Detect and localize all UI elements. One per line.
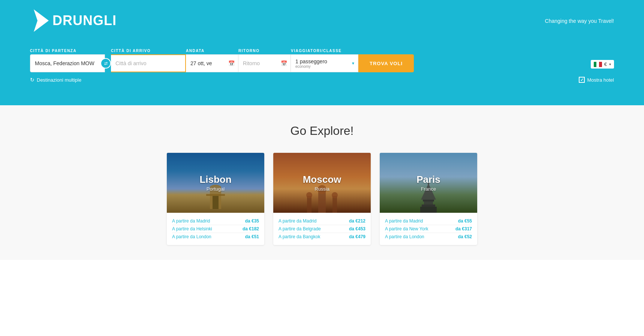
brand-name: DRUNGLI bbox=[52, 13, 117, 28]
price-amount: da €453 bbox=[349, 226, 365, 231]
return-date-wrap[interactable]: 📅 bbox=[238, 54, 291, 72]
card-prices: A partire da Madrid da €212 A partire da… bbox=[273, 213, 371, 245]
top-bar: DRUNGLI Changing the way you Travel! bbox=[0, 0, 644, 34]
extra-options: ↻ Destinazioni multiple Mostra hotel bbox=[30, 72, 614, 83]
logo[interactable]: DRUNGLI bbox=[30, 7, 117, 34]
arrival-input[interactable] bbox=[111, 54, 186, 72]
price-amount: da €55 bbox=[458, 218, 472, 224]
card-image: Lisbon Portugal bbox=[167, 153, 264, 213]
card-overlay: Lisbon Portugal bbox=[167, 153, 264, 213]
swap-button[interactable]: ⇄ bbox=[100, 58, 111, 69]
language-currency-selector[interactable]: € ▾ bbox=[591, 60, 614, 69]
card-image: Paris France bbox=[380, 153, 477, 213]
departure-label: ANDATA bbox=[186, 49, 238, 53]
card-prices: A partire da Madrid da €55 A partire da … bbox=[380, 213, 477, 245]
price-amount: da €52 bbox=[458, 234, 472, 239]
return-date-input[interactable] bbox=[238, 54, 291, 72]
price-from-city[interactable]: A partire da Helsinki bbox=[172, 226, 212, 231]
price-row: A partire da London da €52 bbox=[385, 233, 472, 240]
passengers-selector[interactable]: 1 passeggero economy ▾ bbox=[291, 54, 358, 72]
departure-date-wrap[interactable]: 📅 bbox=[186, 54, 238, 72]
search-button[interactable]: TROVA VOLI bbox=[358, 54, 414, 72]
multi-destination-button[interactable]: ↻ Destinazioni multiple bbox=[30, 77, 81, 83]
passengers-class: economy bbox=[295, 64, 347, 69]
tagline: Changing the way you Travel! bbox=[545, 7, 614, 24]
card-city: Lisbon bbox=[199, 174, 231, 185]
arrival-field-group: CITTÀ DI ARRIVO bbox=[111, 49, 186, 72]
search-section: CITTÀ DI PARTENZA ⇄ CITTÀ DI ARRIVO ANDA… bbox=[0, 34, 644, 83]
price-row: A partire da Helsinki da €182 bbox=[172, 225, 259, 233]
logo-icon bbox=[30, 7, 52, 34]
departure-date-input[interactable] bbox=[186, 54, 238, 72]
search-form: CITTÀ DI PARTENZA ⇄ CITTÀ DI ARRIVO ANDA… bbox=[30, 49, 614, 72]
card-city: Paris bbox=[416, 174, 440, 185]
card-overlay: Paris France bbox=[380, 153, 477, 213]
destination-card-moscow[interactable]: Moscow Russia A partire da Madrid da €21… bbox=[273, 153, 371, 245]
origin-input[interactable] bbox=[30, 54, 105, 72]
price-row: A partire da London da €51 bbox=[172, 233, 259, 240]
origin-label: CITTÀ DI PARTENZA bbox=[30, 49, 105, 53]
price-from-city[interactable]: A partire da London bbox=[172, 234, 211, 239]
explore-title: Go Explore! bbox=[30, 124, 614, 138]
price-amount: da €212 bbox=[349, 218, 365, 224]
italian-flag-icon bbox=[594, 62, 602, 67]
price-amount: da €182 bbox=[243, 226, 259, 231]
svg-marker-0 bbox=[34, 9, 49, 32]
explore-section: Go Explore! Lisbon Portugal A par bbox=[0, 105, 644, 260]
price-amount: da €479 bbox=[349, 234, 365, 239]
price-row: A partire da Madrid da €212 bbox=[279, 217, 365, 225]
destination-card-lisbon[interactable]: Lisbon Portugal A partire da Madrid da €… bbox=[167, 153, 264, 245]
chevron-down-icon: ▾ bbox=[609, 62, 611, 66]
return-label: RITORNO bbox=[238, 49, 291, 53]
card-country: France bbox=[421, 186, 436, 192]
price-from-city[interactable]: A partire da Belgrade bbox=[279, 226, 321, 231]
arrival-label: CITTÀ DI ARRIVO bbox=[111, 49, 186, 53]
price-row: A partire da Bangkok da €479 bbox=[279, 233, 365, 240]
card-prices: A partire da Madrid da €35 A partire da … bbox=[167, 213, 264, 245]
card-country: Russia bbox=[315, 186, 329, 192]
multi-dest-icon: ↻ bbox=[30, 77, 34, 83]
destination-cards-grid: Lisbon Portugal A partire da Madrid da €… bbox=[30, 153, 614, 245]
passengers-label: VIAGGIATORI/CLASSE bbox=[291, 49, 358, 53]
hotel-checkbox-group[interactable]: Mostra hotel bbox=[579, 77, 614, 83]
card-country: Portugal bbox=[207, 186, 225, 192]
price-from-city[interactable]: A partire da London bbox=[385, 234, 424, 239]
price-from-city[interactable]: A partire da New York bbox=[385, 226, 428, 231]
card-image: Moscow Russia bbox=[273, 153, 371, 213]
destination-card-paris[interactable]: Paris France A partire da Madrid da €55 … bbox=[380, 153, 477, 245]
price-row: A partire da Belgrade da €453 bbox=[279, 225, 365, 233]
price-amount: da €51 bbox=[245, 234, 259, 239]
price-amount: da €35 bbox=[245, 218, 259, 224]
card-city: Moscow bbox=[303, 174, 341, 185]
price-amount: da €317 bbox=[455, 226, 472, 231]
passengers-count: 1 passeggero bbox=[295, 58, 347, 64]
origin-field-group: CITTÀ DI PARTENZA ⇄ bbox=[30, 49, 105, 72]
multi-dest-label: Destinazioni multiple bbox=[37, 77, 81, 83]
hotel-label: Mostra hotel bbox=[587, 77, 614, 83]
hero-section: DRUNGLI Changing the way you Travel! € ▾… bbox=[0, 0, 644, 105]
price-from-city[interactable]: A partire da Bangkok bbox=[279, 234, 320, 239]
price-from-city[interactable]: A partire da Madrid bbox=[385, 218, 423, 224]
passengers-group: VIAGGIATORI/CLASSE 1 passeggero economy … bbox=[291, 49, 358, 72]
price-row: A partire da Madrid da €55 bbox=[385, 217, 472, 225]
passengers-chevron-icon: ▾ bbox=[352, 61, 354, 66]
price-row: A partire da New York da €317 bbox=[385, 225, 472, 233]
price-from-city[interactable]: A partire da Madrid bbox=[172, 218, 210, 224]
currency-label: € bbox=[604, 61, 607, 67]
price-row: A partire da Madrid da €35 bbox=[172, 217, 259, 225]
return-date-group: RITORNO 📅 bbox=[238, 49, 291, 72]
departure-date-group: ANDATA 📅 bbox=[186, 49, 238, 72]
card-overlay: Moscow Russia bbox=[273, 153, 371, 213]
price-from-city[interactable]: A partire da Madrid bbox=[279, 218, 316, 224]
hotel-checkbox[interactable] bbox=[579, 77, 585, 83]
